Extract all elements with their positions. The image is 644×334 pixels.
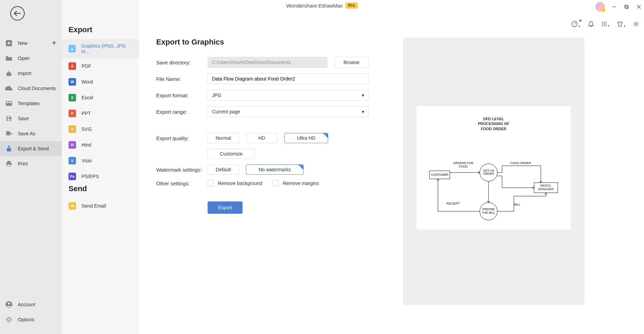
word-file-icon: W <box>69 78 76 86</box>
bell-icon[interactable] <box>588 21 594 28</box>
help-icon[interactable]: ?▾ <box>571 21 580 28</box>
nav-account[interactable]: Account <box>0 297 62 312</box>
format-label: Send Email <box>82 203 106 209</box>
format-ppt[interactable]: PPPT <box>62 106 139 121</box>
remove-background-checkbox[interactable]: Remove background <box>208 180 262 186</box>
format-pdf[interactable]: APDF <box>62 58 139 74</box>
format-label: PDF <box>82 63 91 69</box>
maximize-button[interactable] <box>623 4 630 10</box>
svg-point-30 <box>8 318 10 321</box>
format-label: Word <box>82 79 93 85</box>
nav-label: Export & Send <box>18 146 49 151</box>
gear-icon[interactable] <box>633 21 639 28</box>
svg-text:BILL: BILL <box>514 203 520 206</box>
nav-import[interactable]: Import <box>0 66 62 81</box>
nav-save-as[interactable]: Save As <box>0 126 62 141</box>
remove-margins-checkbox[interactable]: Remove margins <box>272 180 319 186</box>
grid-icon[interactable]: ▾ <box>602 21 609 28</box>
send-email[interactable]: ✉Send Email <box>62 198 139 214</box>
watermark-default-button[interactable]: Default <box>208 164 239 175</box>
format-html[interactable]: HHtml <box>62 137 139 153</box>
pdf-file-icon: A <box>69 62 76 70</box>
format-excel[interactable]: XExcel <box>62 90 139 106</box>
browse-button[interactable]: Browse <box>334 57 369 68</box>
nav-label: Print <box>18 161 28 166</box>
svg-rect-27 <box>7 164 11 166</box>
pro-badge: Pro <box>345 2 358 9</box>
svg-rect-23 <box>8 116 10 118</box>
print-icon <box>5 160 13 168</box>
svg-point-13 <box>602 25 603 26</box>
svg-point-16 <box>635 23 637 25</box>
svg-point-9 <box>606 22 607 23</box>
nav-print[interactable]: Print <box>0 156 62 171</box>
plus-icon[interactable] <box>51 40 57 47</box>
quality-hd-button[interactable]: HD <box>246 133 277 143</box>
shirt-icon[interactable]: ▾ <box>617 21 626 28</box>
preview-page: DFD LEVEL PROCESSING OF FOOD ORDER CUSTO… <box>417 106 571 230</box>
customize-button[interactable]: Customize <box>208 149 255 159</box>
svg-rect-26 <box>7 161 11 163</box>
nav-save[interactable]: Save <box>0 111 62 126</box>
nav-open[interactable]: Open <box>0 51 62 66</box>
format-pseps[interactable]: PsPS/EPS <box>62 169 139 184</box>
visio-file-icon: V <box>69 157 76 164</box>
nav-label: Save <box>18 116 29 121</box>
nav-label: Open <box>18 55 29 61</box>
account-icon <box>5 300 13 309</box>
nav-new[interactable]: New <box>0 36 62 51</box>
svg-point-12 <box>606 24 607 25</box>
svg-text:ORDER: ORDER <box>483 172 494 175</box>
svg-rect-22 <box>8 119 10 121</box>
format-label: PPT <box>82 111 91 116</box>
svg-rect-1 <box>625 5 628 8</box>
format-graphics[interactable]: ▲Graphics (PNG, JPG et... <box>62 39 139 58</box>
app-title: Wondershare EdrawMax <box>286 3 343 9</box>
user-avatar-icon[interactable] <box>595 2 605 12</box>
nav-cloud[interactable]: Cloud Documents <box>0 81 62 96</box>
excel-file-icon: X <box>69 94 76 101</box>
preview-panel: DFD LEVEL PROCESSING OF FOOD ORDER CUSTO… <box>403 38 584 305</box>
nav-label: Options <box>18 317 34 322</box>
save-directory-input <box>208 57 327 68</box>
quality-normal-button[interactable]: Normal <box>208 133 239 143</box>
label-format: Export format: <box>156 92 208 98</box>
label-range: Export range: <box>156 109 208 115</box>
page-title: Export to Graphics <box>156 38 369 47</box>
folder-icon <box>5 54 13 62</box>
export-format-select[interactable]: JPG▾ <box>208 90 369 101</box>
svg-rect-21 <box>9 102 11 103</box>
svg-text:ORDERS FOR: ORDERS FOR <box>453 161 473 165</box>
label-watermark: Watermark settings: <box>156 167 208 173</box>
format-label: SVG <box>82 126 92 132</box>
nav-options[interactable]: Options <box>0 312 62 327</box>
export-button[interactable]: Export <box>208 201 243 214</box>
export-range-select[interactable]: Current page▾ <box>208 106 369 117</box>
nav-templates[interactable]: Templates <box>0 96 62 111</box>
format-word[interactable]: WWord <box>62 74 139 90</box>
svg-rect-2 <box>626 6 628 9</box>
label-save-dir: Save directory: <box>156 60 208 65</box>
format-label: Html <box>82 142 91 148</box>
chevron-down-icon: ▾ <box>362 92 364 98</box>
options-gear-icon <box>5 316 13 324</box>
ps-file-icon: Ps <box>69 173 76 180</box>
svg-file-icon: S <box>69 125 76 133</box>
close-button[interactable] <box>636 4 642 10</box>
minimize-button[interactable] <box>611 4 617 10</box>
format-visio[interactable]: VVisio <box>62 153 139 169</box>
nav-label: Account <box>18 302 35 307</box>
image-file-icon: ▲ <box>69 45 76 52</box>
watermark-none-button[interactable]: No watermarks <box>246 164 304 175</box>
format-svg[interactable]: SSVG <box>62 121 139 137</box>
export-heading: Export <box>62 25 139 39</box>
save-as-icon <box>5 129 13 138</box>
svg-point-29 <box>8 302 10 305</box>
save-icon <box>5 114 13 123</box>
diagram-preview: CUSTOMER GET AN ORDER RESTO. MANAGER PRE… <box>426 141 561 231</box>
label-file-name: File Name: <box>156 76 208 82</box>
file-name-input[interactable] <box>208 73 369 84</box>
quality-ultra-hd-button[interactable]: Ultra HD <box>284 133 328 143</box>
email-icon: ✉ <box>69 202 76 210</box>
nav-export-send[interactable]: Export & Send <box>0 141 62 156</box>
